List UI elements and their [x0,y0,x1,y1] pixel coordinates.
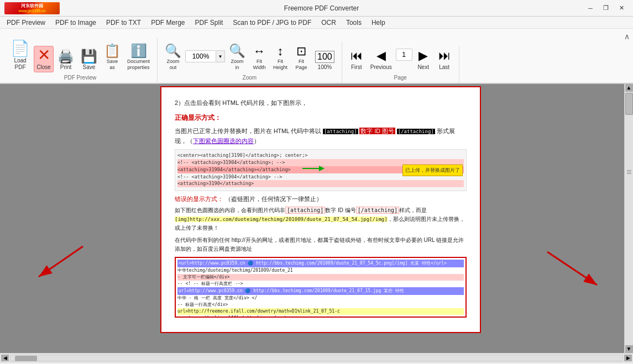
fit-height-button[interactable]: ↕️ FitHeight [270,44,290,72]
close-pdf-label: Close [36,64,51,71]
fit-page-label: FitPage [296,59,307,71]
minimize-button[interactable]: ─ [583,3,598,13]
scroll-right-button[interactable]: ▶ [624,355,632,361]
scroll-line [627,172,631,172]
logo-line1: 河东软件园 [18,3,45,9]
pdf-step-text: 2）点击后会看到 HTML 代码片段，如下图所示， [175,98,467,108]
next-label: Next [417,64,429,71]
menu-pdf-to-image[interactable]: PDF to Image [51,18,101,28]
100pct-button[interactable]: 100 100% [312,49,337,72]
menu-pdf-split[interactable]: PDF Split [191,18,228,28]
error-title: 错误的显示方式： （盗链图片，任何情况下一律禁止） [175,194,467,204]
zoom-input[interactable] [185,50,216,62]
attaching-code: [attaching] [323,129,358,134]
menu-bar: PDF Preview PDF to Image PDF to TXT PDF … [0,17,633,29]
load-pdf-icon: 📄 [11,41,30,56]
zoom-group-label: Zoom [243,75,257,81]
fit-width-label: FitWidth [253,59,266,71]
scroll-line [627,170,631,171]
h-scrollbar-track[interactable] [10,355,623,361]
general-desc: 在代码中所有到的任何 http://开头的网址，或者图片地址，都属于盗链或外链，… [175,236,467,254]
error-title-text: 错误的显示方式： [175,196,223,202]
first-button[interactable]: ⏮ First [347,47,367,72]
svg-marker-3 [319,166,325,171]
code-line-6: 中华 - 格 一栏 高度 宽度</div> </ [177,295,464,302]
doc-properties-button[interactable]: ℹ️ Documentproperties [124,43,153,72]
error-desc: 如下图红色圆圈选的内容，会看到图片代码非[attaching]数字 ID 编号[… [175,206,467,233]
previous-button[interactable]: ◀ Previous [368,47,395,72]
close-window-button[interactable]: ✕ [614,3,629,13]
img-url-example: [img]http://xxx.com/duoteimg/techimg/201… [175,217,388,222]
right-margin: ▲ ▼ [531,84,633,353]
correct-desc-1: 当图片已正常上传并替换时，图片在 HTML 代码中将以 [175,128,321,134]
scrollbar-thumb[interactable] [625,93,633,115]
page-input[interactable] [396,49,412,61]
menu-pdf-merge[interactable]: PDF Merge [147,18,189,28]
last-label: Last [439,64,449,71]
scroll-down-button[interactable]: ▼ [625,345,633,353]
code-line-3: - 文字可一栏编辑</div> [177,274,464,281]
h-scrollbar-thumb[interactable] [15,356,37,361]
svg-line-5 [547,252,597,285]
code-id-text: 数字 ID 图号 [359,128,395,134]
ribbon-collapse[interactable]: ∧ [624,31,630,41]
code-annotation: 已上传，并替换成图片了 [402,165,463,176]
menu-tools[interactable]: Tools [342,18,366,28]
next-button[interactable]: ▶ Next [414,47,433,72]
menu-pdf-to-txt[interactable]: PDF to TXT [102,18,145,28]
pdf-buttons: 📄 LoadPDF ✕ Close 🖨️ Print 💾 Save 📋 Save [8,39,153,72]
title-bar-left: 河东软件园 www.pc0359.cn [4,2,60,14]
app-title: Freemore PDF Converter [60,4,583,12]
zoom-in-label: Zoomin [231,59,244,71]
first-icon: ⏮ [350,49,363,63]
code-line-1: <url>http://www.pc0359.cn 🔵 http://bbs.t… [177,260,464,267]
zoom-out-button[interactable]: 🔍 Zoomout [162,43,184,72]
previous-icon: ◀ [376,49,386,63]
right-arrow-indicator [536,241,608,298]
fit-width-button[interactable]: ↔️ FitWidth [249,44,269,72]
svg-line-1 [39,246,83,277]
attaching-end-code: [/attaching] [397,129,435,134]
ribbon-group-pdf-preview: 📄 LoadPDF ✕ Close 🖨️ Print 💾 Save 📋 Save [3,38,158,83]
menu-help[interactable]: Help [367,18,390,28]
save-button[interactable]: 💾 Save [78,48,100,72]
close-pdf-button[interactable]: ✕ Close [34,46,54,72]
load-pdf-button[interactable]: 📄 LoadPDF [8,39,33,72]
code-line-2: 中华techimg/duoteimg/techimg/201009/duote_… [177,267,464,274]
pdf-area: 2）点击后会看到 HTML 代码片段，如下图所示， 正确显示方式： 当图片已正常… [111,84,531,353]
scroll-line [627,173,631,174]
menu-pdf-preview[interactable]: PDF Preview [2,18,50,28]
code-attaching: [attaching] [285,207,325,214]
vertical-scrollbar[interactable]: ▲ ▼ [624,84,633,353]
window-controls: ─ ❐ ✕ [583,3,629,13]
save-icon: 💾 [81,50,97,63]
100pct-label: 100% [318,64,332,71]
100pct-icon: 100 [315,51,334,63]
zoom-dropdown-button[interactable]: ▼ [216,50,225,62]
left-arrow-indicator [28,241,94,287]
doc-properties-icon: ℹ️ [130,44,147,57]
logo-line2: www.pc0359.cn [18,9,45,13]
fit-height-icon: ↕️ [278,45,284,57]
last-button[interactable]: ⏭ Last [435,47,454,72]
menu-scan-to-pdf[interactable]: Scan to PDF / JPG to PDF [228,18,316,28]
purple-circle-text: 下图紫色圆圈选的内容 [193,138,254,144]
scroll-up-button[interactable]: ▲ [625,84,633,92]
fit-page-button[interactable]: ⊡ FitPage [291,44,311,72]
second-code-block: <url>http://www.pc0359.cn 🔵 http://bbs.t… [175,257,467,318]
save-as-button[interactable]: 📋 Saveas [101,43,123,72]
code-line-7: -- 标题一行高度</div> [177,302,464,308]
scroll-left-button[interactable]: ◀ [1,355,9,361]
fit-height-label: FitHeight [273,59,287,71]
horizontal-scrollbar[interactable]: ◀ ▶ [0,353,633,362]
menu-ocr[interactable]: OCR [317,18,341,28]
print-button[interactable]: 🖨️ Print [55,48,77,72]
print-label: Print [60,64,72,71]
restore-button[interactable]: ❐ [599,3,613,13]
print-icon: 🖨️ [57,50,74,63]
zoom-in-button[interactable]: 🔍 Zoomin [226,43,248,72]
title-bar: 河东软件园 www.pc0359.cn Freemore PDF Convert… [0,0,633,17]
zoom-control: ▼ [185,50,225,62]
scroll-lines [627,170,631,174]
code-block-image: <center><attaching[3190]</attaching>; ce… [175,149,467,191]
